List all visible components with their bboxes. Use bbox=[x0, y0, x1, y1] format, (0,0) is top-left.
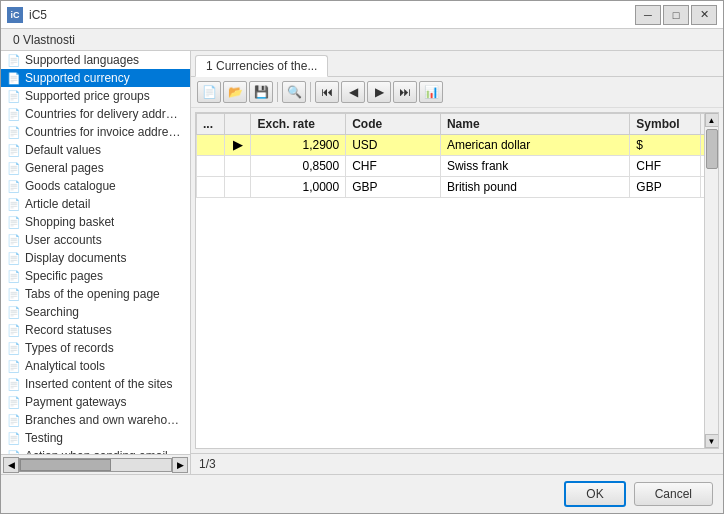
status-bar: 1/3 bbox=[191, 453, 723, 474]
doc-icon: 📄 bbox=[7, 198, 21, 211]
cell-symbol: $ bbox=[630, 135, 701, 156]
table-row-row-usd[interactable]: ▶ 1,2900 USD American dollar $ bbox=[197, 135, 718, 156]
sidebar-item-types-of-records[interactable]: 📄 Types of records bbox=[1, 339, 190, 357]
sidebar-item-label: User accounts bbox=[25, 233, 102, 247]
table-wrapper: ...Exch. rateCodeNameSymbol ▶ 1,2900 USD… bbox=[195, 112, 719, 449]
cancel-button[interactable]: Cancel bbox=[634, 482, 713, 506]
last-button[interactable]: ⏭ bbox=[393, 81, 417, 103]
toolbar-separator-3 bbox=[277, 82, 278, 102]
toolbar: 📄📂💾🔍⏮◀▶⏭📊 bbox=[191, 77, 723, 108]
doc-icon: 📄 bbox=[7, 162, 21, 175]
sidebar-item-article-detail[interactable]: 📄 Article detail bbox=[1, 195, 190, 213]
scroll-down-arrow[interactable]: ▼ bbox=[705, 434, 719, 448]
sidebar-item-inserted-content[interactable]: 📄 Inserted content of the sites bbox=[1, 375, 190, 393]
maximize-button[interactable]: □ bbox=[663, 5, 689, 25]
sidebar-item-user-accounts[interactable]: 📄 User accounts bbox=[1, 231, 190, 249]
scroll-thumb[interactable] bbox=[706, 129, 718, 169]
sidebar-item-label: Countries for delivery address bbox=[25, 107, 184, 121]
sidebar-item-default-values[interactable]: 📄 Default values bbox=[1, 141, 190, 159]
title-bar-controls: ─ □ ✕ bbox=[635, 5, 717, 25]
sidebar-item-analytical-tools[interactable]: 📄 Analytical tools bbox=[1, 357, 190, 375]
scroll-up-arrow[interactable]: ▲ bbox=[705, 113, 719, 127]
cell-exch-rate: 1,2900 bbox=[251, 135, 346, 156]
filter-button[interactable]: 🔍 bbox=[282, 81, 306, 103]
ok-button[interactable]: OK bbox=[564, 481, 625, 507]
toolbar-separator-4 bbox=[310, 82, 311, 102]
sidebar-item-record-statuses[interactable]: 📄 Record statuses bbox=[1, 321, 190, 339]
play-button[interactable]: ▶ bbox=[367, 81, 391, 103]
sidebar-item-label: Countries for invoice addresse bbox=[25, 125, 184, 139]
minimize-button[interactable]: ─ bbox=[635, 5, 661, 25]
cell-dots bbox=[197, 156, 225, 177]
export-button[interactable]: 📊 bbox=[419, 81, 443, 103]
sidebar-item-countries-invoice[interactable]: 📄 Countries for invoice addresse bbox=[1, 123, 190, 141]
sidebar-item-general-pages[interactable]: 📄 General pages bbox=[1, 159, 190, 177]
sidebar-item-label: Types of records bbox=[25, 341, 114, 355]
sidebar-item-supported-price-groups[interactable]: 📄 Supported price groups bbox=[1, 87, 190, 105]
sidebar-item-label: Searching bbox=[25, 305, 79, 319]
first-button[interactable]: ⏮ bbox=[315, 81, 339, 103]
sidebar-item-searching[interactable]: 📄 Searching bbox=[1, 303, 190, 321]
scrollbar-vertical[interactable]: ▲ ▼ bbox=[704, 113, 718, 448]
sidebar-item-label: General pages bbox=[25, 161, 104, 175]
cell-dots bbox=[197, 177, 225, 198]
cell-indicator bbox=[225, 177, 251, 198]
cell-indicator bbox=[225, 156, 251, 177]
tab-currencies[interactable]: 1 Currencies of the... bbox=[195, 55, 328, 77]
cell-exch-rate: 0,8500 bbox=[251, 156, 346, 177]
sidebar-item-label: Supported price groups bbox=[25, 89, 150, 103]
sidebar-item-label: Default values bbox=[25, 143, 101, 157]
cell-code: GBP bbox=[346, 177, 441, 198]
doc-icon: 📄 bbox=[7, 414, 21, 427]
save-button[interactable]: 💾 bbox=[249, 81, 273, 103]
cell-exch-rate: 1,0000 bbox=[251, 177, 346, 198]
sidebar-item-countries-delivery[interactable]: 📄 Countries for delivery address bbox=[1, 105, 190, 123]
sidebar-item-label: Shopping basket bbox=[25, 215, 114, 229]
doc-icon: 📄 bbox=[7, 288, 21, 301]
sidebar-item-action-sending-email[interactable]: 📄 Action when sending email bbox=[1, 447, 190, 454]
table-row-row-chf[interactable]: 0,8500 CHF Swiss frank CHF bbox=[197, 156, 718, 177]
sidebar-hscroll-track[interactable] bbox=[19, 458, 172, 472]
prev-button[interactable]: ◀ bbox=[341, 81, 365, 103]
sidebar-item-label: Goods catalogue bbox=[25, 179, 116, 193]
sidebar-scroll-left[interactable]: ◀ bbox=[3, 457, 19, 473]
sidebar-item-supported-currency[interactable]: 📄 Supported currency bbox=[1, 69, 190, 87]
sidebar-item-label: Specific pages bbox=[25, 269, 103, 283]
doc-icon: 📄 bbox=[7, 342, 21, 355]
cell-code: USD bbox=[346, 135, 441, 156]
menu-bar: 0 Vlastnosti bbox=[1, 29, 723, 51]
col-header-col-code: Code bbox=[346, 114, 441, 135]
sidebar: 📄 Supported languages 📄 Supported curren… bbox=[1, 51, 191, 474]
sidebar-item-testing[interactable]: 📄 Testing bbox=[1, 429, 190, 447]
col-header-col-name: Name bbox=[440, 114, 629, 135]
col-header-dots: ... bbox=[197, 114, 225, 135]
cell-name: American dollar bbox=[440, 135, 629, 156]
open-button[interactable]: 📂 bbox=[223, 81, 247, 103]
doc-icon: 📄 bbox=[7, 396, 21, 409]
sidebar-item-branches-warehouses[interactable]: 📄 Branches and own warehouses bbox=[1, 411, 190, 429]
cell-symbol: GBP bbox=[630, 177, 701, 198]
sidebar-scroll-right[interactable]: ▶ bbox=[172, 457, 188, 473]
sidebar-item-payment-gateways[interactable]: 📄 Payment gateways bbox=[1, 393, 190, 411]
sidebar-item-label: Record statuses bbox=[25, 323, 112, 337]
doc-icon: 📄 bbox=[7, 108, 21, 121]
close-button[interactable]: ✕ bbox=[691, 5, 717, 25]
sidebar-item-display-documents[interactable]: 📄 Display documents bbox=[1, 249, 190, 267]
main-window: iC iC5 ─ □ ✕ 0 Vlastnosti 📄 Supported la… bbox=[0, 0, 724, 514]
sidebar-item-specific-pages[interactable]: 📄 Specific pages bbox=[1, 267, 190, 285]
cell-name: British pound bbox=[440, 177, 629, 198]
sidebar-item-goods-catalogue[interactable]: 📄 Goods catalogue bbox=[1, 177, 190, 195]
doc-icon: 📄 bbox=[7, 216, 21, 229]
sidebar-item-supported-languages[interactable]: 📄 Supported languages bbox=[1, 51, 190, 69]
sidebar-item-shopping-basket[interactable]: 📄 Shopping basket bbox=[1, 213, 190, 231]
bottom-bar: OK Cancel bbox=[1, 474, 723, 513]
sidebar-item-label: Supported currency bbox=[25, 71, 130, 85]
menu-item-vlastnosti[interactable]: 0 Vlastnosti bbox=[7, 32, 81, 48]
doc-icon: 📄 bbox=[7, 270, 21, 283]
sidebar-item-label: Analytical tools bbox=[25, 359, 105, 373]
cell-symbol: CHF bbox=[630, 156, 701, 177]
sidebar-item-tabs-opening-page[interactable]: 📄 Tabs of the opening page bbox=[1, 285, 190, 303]
table-row-row-gbp[interactable]: 1,0000 GBP British pound GBP bbox=[197, 177, 718, 198]
new-button[interactable]: 📄 bbox=[197, 81, 221, 103]
doc-icon: 📄 bbox=[7, 252, 21, 265]
